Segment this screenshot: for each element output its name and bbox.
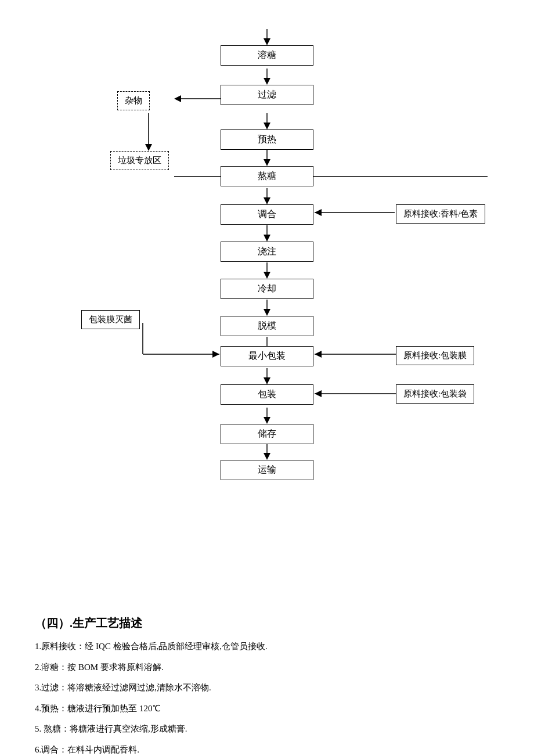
box-xiangliaosu: 原料接收:香料/色素 bbox=[396, 204, 485, 224]
list-item: 6.调合：在料斗内调配香料. bbox=[35, 743, 499, 757]
box-baozhuangdai: 原料接收:包装袋 bbox=[396, 384, 474, 404]
list-item: 5. 熬糖：将糖液进行真空浓缩,形成糖膏. bbox=[35, 722, 499, 737]
box-yure: 预热 bbox=[221, 129, 313, 150]
box-baozhuang: 包装 bbox=[221, 384, 313, 405]
description-section: （四）.生产工艺描述 1.原料接收：经 IQC 检验合格后,品质部经理审核,仓管… bbox=[35, 615, 499, 756]
flowchart-container: 溶糖 过滤 杂物 预热 垃圾专放区 熬糖 调合 原料接收:香料/色素 浇注 冷却… bbox=[35, 23, 499, 604]
box-aotang: 熬糖 bbox=[221, 166, 313, 186]
list-item: 4.预热：糖液进行预加热至 120℃ bbox=[35, 701, 499, 717]
box-bzmieju: 包装膜灭菌 bbox=[81, 310, 140, 329]
box-zuixiao: 最小包装 bbox=[221, 346, 313, 366]
list-item: 3.过滤：将溶糖液经过滤网过滤,清除水不溶物. bbox=[35, 681, 499, 696]
box-rongtan: 溶糖 bbox=[221, 45, 313, 66]
box-chucun: 储存 bbox=[221, 424, 313, 444]
box-baozhuangmo: 原料接收:包装膜 bbox=[396, 346, 474, 365]
list-item: 1.原料接收：经 IQC 检验合格后,品质部经理审核,仓管员接收. bbox=[35, 639, 499, 654]
section-title: （四）.生产工艺描述 bbox=[35, 615, 499, 631]
box-lajique: 垃圾专放区 bbox=[110, 151, 169, 170]
box-zawu: 杂物 bbox=[117, 91, 150, 110]
box-jiaozhu: 浇注 bbox=[221, 242, 313, 262]
box-lengjue: 冷却 bbox=[221, 279, 313, 299]
description-list: 1.原料接收：经 IQC 检验合格后,品质部经理审核,仓管员接收. 2.溶糖：按… bbox=[35, 639, 499, 756]
box-guolv: 过滤 bbox=[221, 85, 313, 105]
box-yunshu: 运输 bbox=[221, 460, 313, 480]
box-tuomo: 脱模 bbox=[221, 316, 313, 336]
box-tiaojie: 调合 bbox=[221, 204, 313, 225]
list-item: 2.溶糖：按 BOM 要求将原料溶解. bbox=[35, 660, 499, 675]
